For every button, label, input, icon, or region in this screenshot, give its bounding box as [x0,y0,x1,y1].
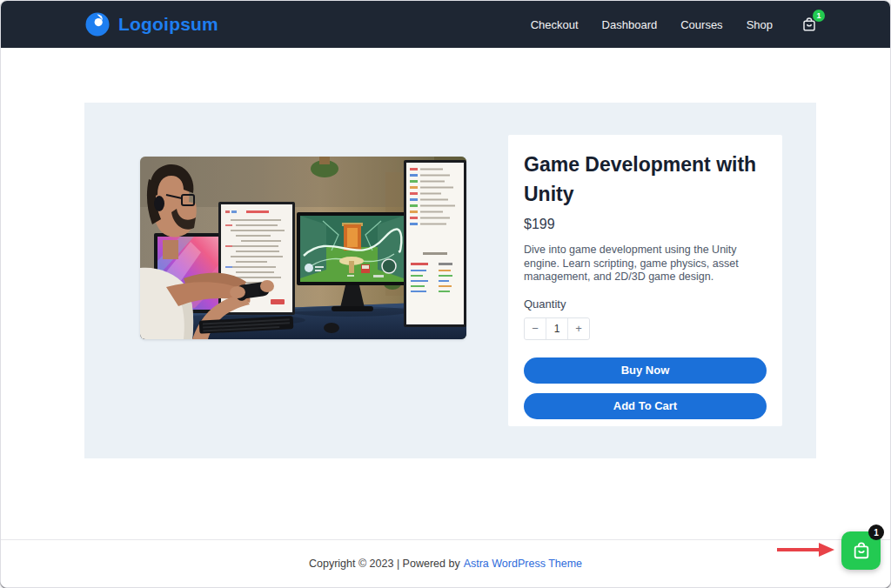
copyright-text: Copyright © 2023 | Powered by [309,558,460,570]
quantity-label: Quantity [524,297,767,311]
mouse [324,323,339,333]
product-description: Dive into game development using the Uni… [524,244,767,284]
product-section: Game Development with Unity $199 Dive in… [84,103,816,458]
page: Logoipsum Checkout Dashboard Courses Sho… [0,0,891,588]
buy-now-button[interactable]: Buy Now [524,357,767,384]
product-image [140,157,466,339]
product-card: Game Development with Unity $199 Dive in… [508,135,782,426]
nav-item-checkout[interactable]: Checkout [531,18,579,31]
product-title: Game Development with Unity [524,150,767,209]
site-footer: Copyright © 2023 | Powered by Astra Word… [1,539,890,587]
red-arrow-icon [777,543,834,557]
floating-cart-button[interactable]: 1 [841,531,881,570]
header-cart-button[interactable]: 1 [801,17,817,32]
site-header: Logoipsum Checkout Dashboard Courses Sho… [1,1,890,48]
logo[interactable]: Logoipsum [84,11,218,37]
quantity-input[interactable] [546,318,567,339]
list-monitor [404,160,466,327]
astra-theme-link[interactable]: Astra WordPress Theme [464,558,582,570]
nav-item-dashboard[interactable]: Dashboard [602,18,658,31]
quantity-decrease-button[interactable]: − [525,318,546,339]
floating-cart-count-badge: 1 [868,525,884,540]
header-cart-count-badge: 1 [813,10,825,22]
quantity-increase-button[interactable]: + [567,318,589,339]
main-content: Game Development with Unity $199 Dive in… [1,48,890,539]
main-nav: Checkout Dashboard Courses Shop 1 [531,17,817,32]
add-to-cart-button[interactable]: Add To Cart [524,393,767,419]
nav-item-courses[interactable]: Courses [680,18,722,31]
logo-text: Logoipsum [118,14,218,35]
product-price: $199 [524,217,767,232]
logo-mark-icon [84,11,111,37]
nav-item-shop[interactable]: Shop [747,18,773,31]
shopping-bag-icon [852,541,871,560]
quantity-stepper: − + [524,317,590,340]
